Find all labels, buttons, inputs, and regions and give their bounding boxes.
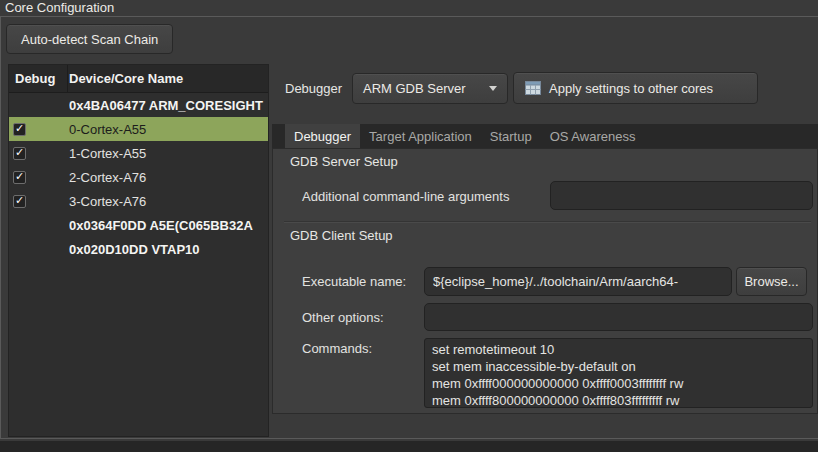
section-separator	[284, 221, 811, 223]
tab-os-awareness[interactable]: OS Awareness	[541, 124, 645, 148]
debug-checkbox[interactable]	[13, 123, 26, 136]
table-row-cortex-a55-0[interactable]: 0-Cortex-A55	[9, 117, 268, 141]
debug-cell	[9, 237, 69, 261]
group-title: Core Configuration	[5, 0, 114, 15]
executable-name-input[interactable]	[424, 267, 732, 296]
gdb-server-setup-title: GDB Server Setup	[290, 154, 398, 169]
tab-debugger[interactable]: Debugger	[285, 124, 360, 148]
core-table-header: Debug Device/Core Name	[9, 65, 268, 93]
additional-args-input[interactable]	[550, 181, 813, 210]
debug-cell	[9, 189, 69, 213]
browse-button[interactable]: Browse...	[736, 267, 807, 296]
device-core-name: 0-Cortex-A55	[69, 122, 268, 137]
debugger-select-value: ARM GDB Server	[363, 81, 466, 96]
debugger-label: Debugger	[285, 81, 342, 96]
table-row-a5e[interactable]: 0x0364F0DD A5E(C065BB32A	[9, 213, 268, 237]
tab-bar: Debugger Target Application Startup OS A…	[272, 124, 818, 148]
device-core-name: 3-Cortex-A76	[69, 194, 268, 209]
device-core-name: 2-Cortex-A76	[69, 170, 268, 185]
debug-checkbox[interactable]	[13, 171, 26, 184]
debug-cell	[9, 141, 69, 165]
table-icon	[525, 81, 541, 95]
table-row-cortex-a76-2[interactable]: 2-Cortex-A76	[9, 165, 268, 189]
device-core-name: 0x4BA06477 ARM_CORESIGHT	[69, 98, 268, 113]
other-options-label: Other options:	[302, 310, 384, 325]
executable-name-label: Executable name:	[302, 274, 406, 289]
debug-checkbox[interactable]	[13, 195, 26, 208]
window-bottom-strip	[0, 441, 818, 452]
gdb-client-setup-title: GDB Client Setup	[290, 228, 393, 243]
chevron-down-icon	[489, 86, 497, 91]
apply-settings-button[interactable]: Apply settings to other cores	[513, 72, 758, 104]
debug-checkbox[interactable]	[13, 147, 26, 160]
column-header-debug[interactable]: Debug	[9, 65, 68, 92]
device-core-name: 1-Cortex-A55	[69, 146, 268, 161]
table-row-cortex-a76-3[interactable]: 3-Cortex-A76	[9, 189, 268, 213]
core-table: Debug Device/Core Name 0x4BA06477 ARM_CO…	[8, 64, 269, 437]
apply-settings-label: Apply settings to other cores	[549, 81, 713, 96]
column-header-device-core-name[interactable]: Device/Core Name	[68, 65, 268, 92]
debug-cell	[9, 213, 69, 237]
debugger-select[interactable]: ARM GDB Server	[352, 73, 508, 104]
table-row-cortex-a55-1[interactable]: 1-Cortex-A55	[9, 141, 268, 165]
table-row-vtap10[interactable]: 0x020D10DD VTAP10	[9, 237, 268, 261]
debug-cell	[9, 165, 69, 189]
other-options-input[interactable]	[424, 303, 813, 331]
commands-textarea[interactable]: set remotetimeout 10 set mem inaccessibl…	[424, 338, 813, 408]
table-row-coresight[interactable]: 0x4BA06477 ARM_CORESIGHT	[9, 93, 268, 117]
debug-cell	[9, 117, 69, 141]
additional-args-label: Additional command-line arguments	[302, 189, 509, 204]
commands-label: Commands:	[302, 341, 372, 356]
autodetect-scan-chain-button[interactable]: Auto-detect Scan Chain	[6, 24, 173, 54]
device-core-name: 0x020D10DD VTAP10	[69, 242, 268, 257]
device-core-name: 0x0364F0DD A5E(C065BB32A	[69, 218, 268, 233]
debug-cell	[9, 93, 69, 117]
tab-target-application[interactable]: Target Application	[360, 124, 481, 148]
tab-startup[interactable]: Startup	[481, 124, 541, 148]
